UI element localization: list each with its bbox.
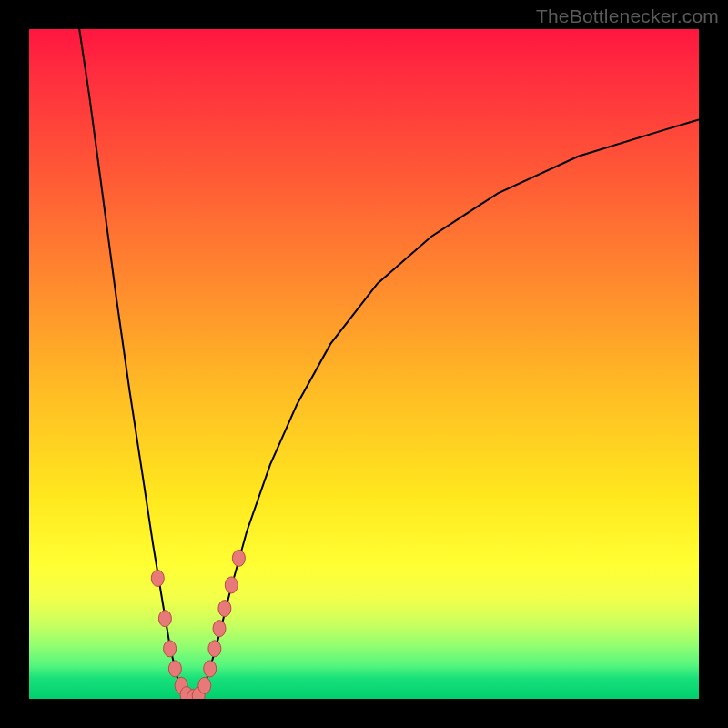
curve-marker (151, 571, 164, 587)
curve-path (79, 29, 699, 698)
watermark-text: TheBottlenecker.com (536, 5, 719, 27)
curve-marker (168, 661, 181, 677)
curve-marker (232, 550, 245, 566)
curve-marker (218, 601, 231, 617)
curve-marker (164, 641, 177, 657)
curve-markers (151, 550, 245, 699)
curve-marker (225, 577, 238, 593)
curve-marker (204, 661, 217, 677)
curve-marker (198, 677, 211, 693)
curve-marker (208, 641, 221, 657)
bottleneck-curve (29, 29, 699, 699)
plot-area (29, 29, 699, 699)
chart-frame: TheBottlenecker.com (0, 0, 728, 728)
curve-marker (158, 611, 171, 627)
curve-marker (213, 621, 226, 637)
